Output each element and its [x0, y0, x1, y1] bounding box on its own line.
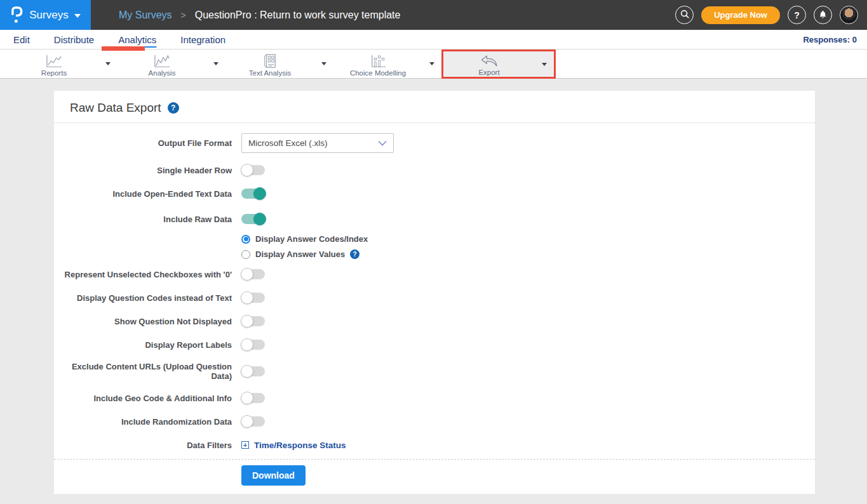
form-row-report-labels: Display Report Labels — [54, 338, 815, 351]
form-row-randomization: Include Randomization Data — [54, 415, 815, 428]
download-row: Download — [54, 460, 815, 494]
form-row-question-codes: Display Question Codes instead of Text — [54, 291, 815, 304]
question-mark-icon: ? — [794, 10, 800, 20]
toolbar-item-choice-modelling[interactable]: Choice Modelling — [333, 50, 441, 78]
raw-data-export-help-icon[interactable]: ? — [168, 102, 179, 114]
form-row-raw-data: Include Raw Data — [54, 213, 815, 225]
tab-edit[interactable]: Edit — [10, 33, 34, 46]
toolbar-item-analysis[interactable]: Analysis — [118, 50, 225, 78]
raw-data-export-panel: Raw Data Export ? Output File Format Mic… — [54, 91, 815, 494]
help-button[interactable]: ? — [788, 6, 806, 24]
toolbar-item-reports[interactable]: Reports — [10, 50, 118, 78]
download-button[interactable]: Download — [241, 465, 306, 486]
choice-modelling-dropdown-caret[interactable] — [422, 62, 441, 65]
product-label: Surveys — [29, 9, 68, 22]
answer-values-help-icon[interactable]: ? — [350, 249, 360, 259]
bell-icon — [818, 10, 828, 21]
form-row-exclude-content-urls: Exclude Content URLs (Upload Question Da… — [54, 362, 815, 381]
form-row-open-ended: Include Open-Ended Text Data — [54, 187, 815, 200]
breadcrumb-my-surveys[interactable]: My Surveys — [119, 10, 172, 21]
output-format-select[interactable]: Microsoft Excel (.xls) — [241, 133, 394, 153]
include-raw-data-toggle[interactable] — [241, 214, 265, 224]
unselected-checkboxes-toggle[interactable] — [241, 269, 265, 279]
form-row-question-not-displayed: Show Question Not Displayed — [54, 315, 815, 328]
reports-line-chart-icon — [44, 53, 64, 69]
export-dropdown-caret[interactable] — [535, 63, 554, 66]
question-codes-toggle[interactable] — [241, 293, 265, 303]
toolbar-item-text-analysis[interactable]: Text Analysis — [225, 50, 333, 78]
breadcrumb-separator: > — [181, 10, 186, 20]
export-reply-arrow-icon — [479, 54, 499, 68]
topbar-actions: Upgrade Now ? — [675, 0, 858, 30]
text-analysis-doc-icon — [262, 53, 278, 69]
questionpro-logo-icon — [10, 6, 24, 24]
radio-row-answer-codes: Display Answer Codes/Index — [241, 234, 815, 244]
answer-values-radio[interactable] — [241, 250, 250, 259]
breadcrumb: My Surveys > QuestionPro : Return to wor… — [119, 10, 400, 21]
output-format-label: Output File Format — [54, 138, 232, 148]
radio-row-answer-values: Display Answer Values ? — [241, 249, 815, 259]
text-analysis-dropdown-caret[interactable] — [314, 62, 333, 65]
select-chevron-down-icon — [378, 138, 387, 148]
data-filters-label: Data Filters — [54, 441, 232, 450]
analysis-chart-icon — [152, 53, 171, 69]
analytics-toolbar: Reports Analysis — [0, 50, 867, 79]
product-switcher[interactable]: Surveys — [0, 0, 91, 30]
time-response-status-link[interactable]: + Time/Response Status — [241, 441, 346, 450]
form-row-single-header: Single Header Row — [54, 164, 815, 176]
annotation-red-underline-analytics — [102, 46, 145, 51]
toolbar-item-export annotation-box-export[interactable]: Export — [441, 50, 556, 79]
upgrade-now-button[interactable]: Upgrade Now — [701, 6, 780, 24]
exclude-content-urls-toggle[interactable] — [241, 366, 265, 376]
geo-code-toggle[interactable] — [241, 393, 265, 403]
topbar: Surveys My Surveys > QuestionPro : Retur… — [0, 0, 867, 30]
single-header-row-toggle[interactable] — [241, 165, 265, 175]
answer-display-radio-group: Display Answer Codes/Index Display Answe… — [241, 234, 815, 259]
tab-distribute[interactable]: Distribute — [50, 33, 98, 46]
tab-integration[interactable]: Integration — [177, 33, 229, 46]
search-button[interactable] — [675, 6, 694, 24]
expand-plus-icon: + — [241, 441, 249, 449]
page-title: QuestionPro : Return to work survey temp… — [195, 10, 401, 21]
form-row-data-filters: Data Filters + Time/Response Status — [54, 439, 815, 451]
report-labels-toggle[interactable] — [241, 340, 265, 350]
reports-dropdown-caret[interactable] — [98, 62, 118, 65]
analysis-dropdown-caret[interactable] — [206, 62, 225, 65]
export-form: Output File Format Microsoft Excel (.xls… — [54, 123, 815, 494]
search-icon — [680, 9, 690, 21]
user-avatar[interactable] — [840, 6, 858, 24]
randomization-data-toggle[interactable] — [241, 416, 265, 427]
panel-title: Raw Data Export — [70, 101, 161, 115]
section-tabs: Edit Distribute Analytics Integration Re… — [0, 30, 867, 50]
notifications-button[interactable] — [814, 6, 832, 24]
question-not-displayed-toggle[interactable] — [241, 316, 265, 326]
output-format-value: Microsoft Excel (.xls) — [248, 138, 328, 148]
choice-modelling-scatter-icon — [368, 53, 387, 69]
form-row-output-format: Output File Format Microsoft Excel (.xls… — [54, 133, 815, 153]
form-row-geo-code: Include Geo Code & Additional Info — [54, 392, 815, 404]
responses-count: Responses: 0 — [803, 35, 857, 44]
form-row-unselected-checkboxes: Represent Unselected Checkboxes with '0' — [54, 268, 815, 281]
panel-header: Raw Data Export ? — [54, 91, 815, 123]
tab-analytics[interactable]: Analytics — [114, 33, 160, 46]
answer-codes-radio[interactable] — [241, 235, 250, 244]
include-open-ended-toggle[interactable] — [241, 189, 265, 199]
chevron-down-icon — [74, 14, 81, 18]
